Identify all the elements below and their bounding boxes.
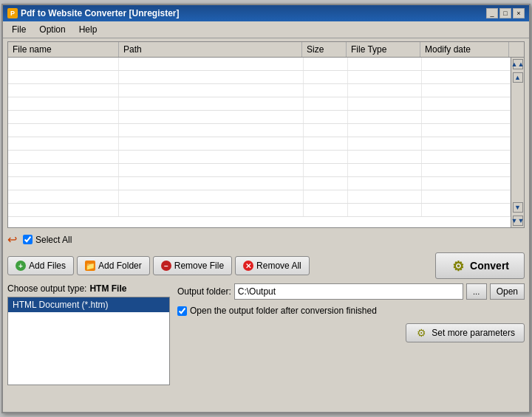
table-scrollbar: ▲▲ ▲ ▼ ▼▼ xyxy=(511,58,524,227)
maximize-button[interactable]: □ xyxy=(499,8,511,18)
col-spacer xyxy=(509,42,524,57)
scroll-down-button[interactable]: ▼ xyxy=(513,202,523,213)
output-folder-input[interactable] xyxy=(234,283,463,300)
col-filetype: File Type xyxy=(347,42,420,57)
bottom-bar: ↩ Select All xyxy=(7,231,525,248)
table-row xyxy=(8,71,511,84)
remove-all-icon: ✕ xyxy=(243,261,253,271)
back-icon[interactable]: ↩ xyxy=(7,232,17,247)
table-row xyxy=(8,97,511,111)
set-more-params-button[interactable]: ⚙ Set more parameters xyxy=(406,323,525,342)
table-row xyxy=(8,84,511,97)
scroll-top-button[interactable]: ▲▲ xyxy=(513,59,523,69)
params-gear-icon: ⚙ xyxy=(415,327,427,339)
select-all-label[interactable]: Select All xyxy=(23,235,72,245)
select-all-checkbox[interactable] xyxy=(23,235,33,244)
browse-folder-button[interactable]: ... xyxy=(466,283,487,300)
scroll-up-button[interactable]: ▲ xyxy=(513,72,523,83)
table-row xyxy=(8,177,511,190)
add-files-button[interactable]: + Add Files xyxy=(7,256,74,275)
bottom-section: Choose output type: HTM File HTML Docume… xyxy=(7,283,525,385)
table-row xyxy=(8,137,511,151)
table-row xyxy=(8,190,511,204)
menu-file[interactable]: File xyxy=(6,23,32,36)
table-row xyxy=(8,124,511,137)
menubar: File Option Help xyxy=(3,21,529,38)
add-files-icon: + xyxy=(16,261,26,271)
table-body: ▲▲ ▲ ▼ ▼▼ xyxy=(8,58,524,227)
table-row xyxy=(8,151,511,164)
output-folder-row: Output folder: ... Open xyxy=(177,283,525,300)
col-filename: File name xyxy=(8,42,119,57)
col-size: Size xyxy=(302,42,347,57)
scroll-bottom-button[interactable]: ▼▼ xyxy=(513,216,523,226)
titlebar-left: P Pdf to Website Converter [Unregister] xyxy=(7,8,179,18)
output-folder-label: Output folder: xyxy=(177,286,231,297)
output-type-item-htm[interactable]: HTML Document (*.htm) xyxy=(8,297,169,312)
remove-file-icon: – xyxy=(161,261,171,271)
table-header: File name Path Size File Type Modify dat… xyxy=(8,42,524,58)
menu-option[interactable]: Option xyxy=(33,23,71,36)
convert-gear-icon: ⚙ xyxy=(451,258,466,273)
titlebar: P Pdf to Website Converter [Unregister] … xyxy=(3,5,529,21)
open-folder-button[interactable]: Open xyxy=(490,283,525,300)
table-row xyxy=(8,164,511,177)
col-path: Path xyxy=(119,42,302,57)
output-type-item-5[interactable] xyxy=(8,325,169,330)
titlebar-buttons: _ □ × xyxy=(486,8,525,18)
remove-file-button[interactable]: – Remove File xyxy=(153,256,232,275)
table-row xyxy=(8,111,511,124)
table-row xyxy=(8,204,511,217)
main-window: P Pdf to Website Converter [Unregister] … xyxy=(1,4,531,413)
open-after-row: Open the output folder after conversion … xyxy=(177,306,525,316)
app-icon: P xyxy=(7,8,18,18)
convert-button[interactable]: ⚙ Convert xyxy=(435,252,525,279)
main-content: File name Path Size File Type Modify dat… xyxy=(3,38,529,388)
add-folder-button[interactable]: 📁 Add Folder xyxy=(77,256,150,275)
remove-all-button[interactable]: ✕ Remove All xyxy=(235,256,310,275)
output-type-label: Choose output type: HTM File xyxy=(7,283,170,294)
toolbar: + Add Files 📁 Add Folder – Remove File ✕… xyxy=(7,252,525,279)
open-after-checkbox[interactable] xyxy=(177,306,187,316)
col-modifydate: Modify date xyxy=(420,42,509,57)
file-table-container: File name Path Size File Type Modify dat… xyxy=(7,41,525,228)
add-folder-icon: 📁 xyxy=(85,261,95,271)
open-after-label: Open the output folder after conversion … xyxy=(190,306,377,316)
minimize-button[interactable]: _ xyxy=(486,8,498,18)
output-folder-panel: Output folder: ... Open Open the output … xyxy=(177,283,525,385)
close-button[interactable]: × xyxy=(513,8,525,18)
table-row xyxy=(8,58,511,71)
output-type-panel: Choose output type: HTM File HTML Docume… xyxy=(7,283,170,385)
window-title: Pdf to Website Converter [Unregister] xyxy=(21,8,179,18)
output-type-listbox[interactable]: HTML Document (*.htm) xyxy=(7,297,170,385)
menu-help[interactable]: Help xyxy=(73,23,103,36)
